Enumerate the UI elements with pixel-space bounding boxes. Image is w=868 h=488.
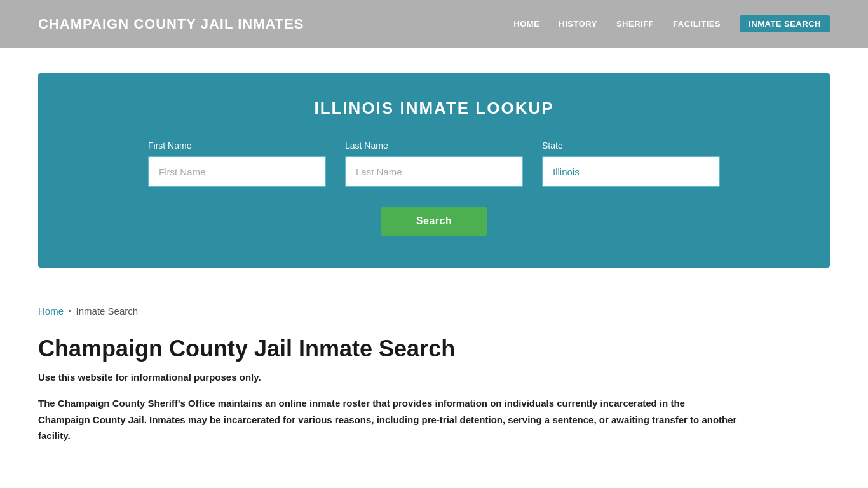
lookup-title: ILLINOIS INMATE LOOKUP — [76, 98, 792, 118]
breadcrumb-current: Inmate Search — [76, 306, 139, 316]
breadcrumb: Home • Inmate Search — [0, 293, 868, 323]
main-nav: HOME HISTORY SHERIFF FACILITIES INMATE S… — [513, 15, 830, 32]
breadcrumb-separator: • — [69, 308, 71, 315]
last-name-label: Last Name — [345, 140, 523, 151]
state-group: State — [542, 140, 720, 187]
search-button-wrapper: Search — [76, 207, 792, 236]
breadcrumb-home-link[interactable]: Home — [38, 306, 64, 316]
nav-sheriff[interactable]: SHERIFF — [616, 19, 654, 29]
last-name-input[interactable] — [345, 156, 523, 187]
disclaimer-text: Use this website for informational purpo… — [38, 372, 830, 383]
site-header: CHAMPAIGN COUNTY JAIL INMATES HOME HISTO… — [0, 0, 868, 48]
last-name-group: Last Name — [345, 140, 523, 187]
state-input[interactable] — [542, 156, 720, 187]
main-content: Champaign County Jail Inmate Search Use … — [0, 323, 868, 470]
page-title: Champaign County Jail Inmate Search — [38, 336, 830, 362]
state-label: State — [542, 140, 720, 151]
search-fields-container: First Name Last Name State — [76, 140, 792, 187]
nav-home[interactable]: HOME — [513, 19, 539, 29]
site-title: CHAMPAIGN COUNTY JAIL INMATES — [38, 16, 304, 32]
nav-history[interactable]: HISTORY — [559, 19, 597, 29]
inmate-lookup-section: ILLINOIS INMATE LOOKUP First Name Last N… — [38, 73, 830, 268]
description-text: The Champaign County Sheriff's Office ma… — [38, 395, 737, 444]
nav-facilities[interactable]: FACILITIES — [673, 19, 721, 29]
first-name-label: First Name — [148, 140, 326, 151]
first-name-group: First Name — [148, 140, 326, 187]
search-button[interactable]: Search — [381, 207, 487, 236]
first-name-input[interactable] — [148, 156, 326, 187]
nav-inmate-search[interactable]: INMATE SEARCH — [740, 15, 830, 32]
